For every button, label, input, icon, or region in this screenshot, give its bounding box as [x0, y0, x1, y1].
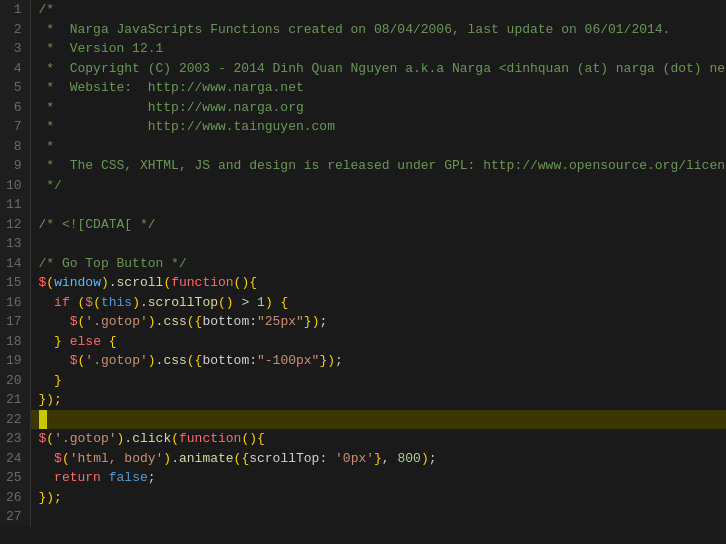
line-content — [30, 507, 726, 527]
line-content: * The CSS, XHTML, JS and design is relea… — [30, 156, 726, 176]
code-editor: 1 /* 2 * Narga JavaScripts Functions cre… — [0, 0, 726, 544]
code-line-8: 8 * — [0, 137, 726, 157]
line-number: 6 — [0, 98, 30, 118]
line-content: * http://www.narga.org — [30, 98, 726, 118]
code-line-11: 11 — [0, 195, 726, 215]
line-number: 23 — [0, 429, 30, 449]
line-number: 7 — [0, 117, 30, 137]
code-line-6: 6 * http://www.narga.org — [0, 98, 726, 118]
line-content: */ — [30, 176, 726, 196]
code-line-15: 15 $(window).scroll(function(){ — [0, 273, 726, 293]
code-line-26: 26 }); — [0, 488, 726, 508]
line-content: }); — [30, 390, 726, 410]
line-number: 27 — [0, 507, 30, 527]
line-content: return false; — [30, 468, 726, 488]
line-number: 1 — [0, 0, 30, 20]
code-line-23: 23 $('.gotop').click(function(){ — [0, 429, 726, 449]
line-number: 10 — [0, 176, 30, 196]
code-line-10: 10 */ — [0, 176, 726, 196]
line-number: 21 — [0, 390, 30, 410]
line-content: $('html, body').animate({scrollTop: '0px… — [30, 449, 726, 469]
line-number: 26 — [0, 488, 30, 508]
line-content: $(window).scroll(function(){ — [30, 273, 726, 293]
code-line-24: 24 $('html, body').animate({scrollTop: '… — [0, 449, 726, 469]
line-number: 24 — [0, 449, 30, 469]
code-line-27: 27 — [0, 507, 726, 527]
code-line-3: 3 * Version 12.1 — [0, 39, 726, 59]
line-content: $('.gotop').css({bottom:"-100px"}); — [30, 351, 726, 371]
line-number: 4 — [0, 59, 30, 79]
line-content — [30, 410, 726, 430]
line-content: /* — [30, 0, 726, 20]
line-number: 9 — [0, 156, 30, 176]
line-content: * Version 12.1 — [30, 39, 726, 59]
line-number: 2 — [0, 20, 30, 40]
code-line-2: 2 * Narga JavaScripts Functions created … — [0, 20, 726, 40]
line-number: 19 — [0, 351, 30, 371]
code-line-19: 19 $('.gotop').css({bottom:"-100px"}); — [0, 351, 726, 371]
line-number: 8 — [0, 137, 30, 157]
line-content: * http://www.tainguyen.com — [30, 117, 726, 137]
line-number: 17 — [0, 312, 30, 332]
line-content: }); — [30, 488, 726, 508]
line-number: 3 — [0, 39, 30, 59]
line-content: } — [30, 371, 726, 391]
code-line-17: 17 $('.gotop').css({bottom:"25px"}); — [0, 312, 726, 332]
code-line-20: 20 } — [0, 371, 726, 391]
code-line-9: 9 * The CSS, XHTML, JS and design is rel… — [0, 156, 726, 176]
line-content: $('.gotop').click(function(){ — [30, 429, 726, 449]
code-line-25: 25 return false; — [0, 468, 726, 488]
line-number: 11 — [0, 195, 30, 215]
line-number: 5 — [0, 78, 30, 98]
code-line-1: 1 /* — [0, 0, 726, 20]
line-number: 20 — [0, 371, 30, 391]
code-line-21: 21 }); — [0, 390, 726, 410]
code-line-16: 16 if ($(this).scrollTop() > 1) { — [0, 293, 726, 313]
line-content: if ($(this).scrollTop() > 1) { — [30, 293, 726, 313]
line-number: 25 — [0, 468, 30, 488]
line-content: } else { — [30, 332, 726, 352]
line-content: /* <![CDATA[ */ — [30, 215, 726, 235]
line-number: 22 — [0, 410, 30, 430]
code-line-5: 5 * Website: http://www.narga.net — [0, 78, 726, 98]
line-number: 15 — [0, 273, 30, 293]
code-line-13: 13 — [0, 234, 726, 254]
line-content: * — [30, 137, 726, 157]
line-content: * Narga JavaScripts Functions created on… — [30, 20, 726, 40]
line-content — [30, 234, 726, 254]
line-number: 13 — [0, 234, 30, 254]
line-content: $('.gotop').css({bottom:"25px"}); — [30, 312, 726, 332]
line-content: /* Go Top Button */ — [30, 254, 726, 274]
line-content: * Copyright (C) 2003 - 2014 Dinh Quan Ng… — [30, 59, 726, 79]
code-line-4: 4 * Copyright (C) 2003 - 2014 Dinh Quan … — [0, 59, 726, 79]
line-number: 16 — [0, 293, 30, 313]
code-table: 1 /* 2 * Narga JavaScripts Functions cre… — [0, 0, 726, 527]
code-line-7: 7 * http://www.tainguyen.com — [0, 117, 726, 137]
line-number: 18 — [0, 332, 30, 352]
code-line-14: 14 /* Go Top Button */ — [0, 254, 726, 274]
code-line-18: 18 } else { — [0, 332, 726, 352]
code-line-22-cursor: 22 — [0, 410, 726, 430]
code-line-12: 12 /* <![CDATA[ */ — [0, 215, 726, 235]
line-number: 12 — [0, 215, 30, 235]
line-number: 14 — [0, 254, 30, 274]
line-content — [30, 195, 726, 215]
line-content: * Website: http://www.narga.net — [30, 78, 726, 98]
